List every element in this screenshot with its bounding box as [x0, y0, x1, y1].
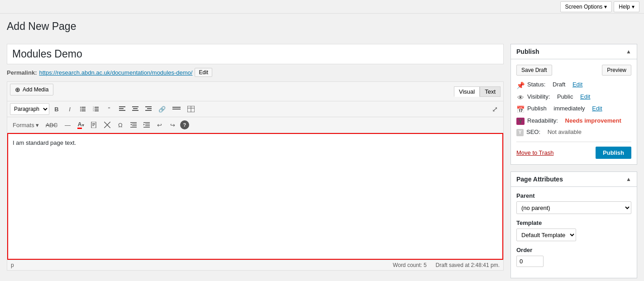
align-left-button[interactable]: [116, 103, 128, 115]
help-label: Help: [619, 4, 630, 10]
tab-text[interactable]: Text: [480, 86, 501, 97]
status-left: p: [11, 262, 14, 268]
visibility-edit-link[interactable]: Edit: [580, 93, 590, 100]
svg-rect-3: [81, 109, 86, 110]
publish-time-label: Publish: [527, 105, 547, 112]
ordered-list-button[interactable]: 1.2.3.: [90, 103, 102, 115]
toolbar-row1: Paragraph B I 1.2.3. ": [7, 101, 503, 117]
align-center-button[interactable]: [129, 103, 141, 115]
svg-text:3.: 3.: [93, 110, 94, 112]
help-editor-button[interactable]: ?: [180, 120, 189, 129]
svg-rect-7: [95, 107, 99, 108]
formats-button[interactable]: Formats ▾: [10, 119, 42, 131]
svg-rect-12: [119, 106, 125, 107]
link-button[interactable]: 🔗: [156, 103, 168, 115]
permalink-url[interactable]: https://research.abdn.ac.uk/documentatio…: [39, 69, 192, 76]
svg-rect-18: [145, 106, 152, 107]
svg-rect-22: [172, 107, 181, 108]
parent-select[interactable]: (no parent): [516, 201, 631, 214]
unordered-list-button[interactable]: [77, 103, 89, 115]
seo-label: SEO:: [526, 129, 540, 135]
top-bar: Screen Options ▾ Help ▾: [0, 0, 644, 14]
text-color-button[interactable]: A ▾: [75, 119, 86, 131]
permalink-label: Permalink:: [7, 69, 37, 76]
publish-meta: 📌 Status: Draft Edit 👁 Visibility: Publi…: [516, 81, 631, 136]
svg-rect-39: [145, 125, 150, 126]
paragraph-select[interactable]: Paragraph: [10, 103, 49, 115]
word-count: Word count: 5: [393, 262, 426, 268]
publish-button[interactable]: Publish: [596, 147, 631, 159]
add-media-label: Add Media: [23, 86, 48, 93]
save-draft-button[interactable]: Save Draft: [516, 65, 552, 76]
hr-button[interactable]: —: [62, 119, 73, 131]
publish-panel-header: Publish ▲: [511, 44, 637, 59]
publish-panel-body: Save Draft Preview 📌 Status: Draft Edit …: [511, 59, 637, 164]
move-to-trash-link[interactable]: Move to Trash: [516, 149, 553, 156]
template-select[interactable]: Default Template: [516, 229, 576, 241]
add-media-button[interactable]: ⊕ Add Media: [10, 84, 53, 95]
outdent-button[interactable]: [128, 119, 139, 131]
chevron-up-icon2: ▲: [626, 176, 631, 182]
bold-button[interactable]: B: [51, 103, 62, 115]
svg-rect-14: [119, 110, 125, 111]
strikethrough-button[interactable]: ABC: [43, 119, 61, 131]
indent-button[interactable]: [141, 119, 153, 131]
order-field-group: Order: [516, 247, 631, 267]
paste-from-word-button[interactable]: [88, 119, 100, 131]
order-input[interactable]: [516, 256, 544, 267]
special-chars-button[interactable]: Ω: [114, 119, 126, 131]
svg-rect-5: [81, 110, 86, 111]
readability-label: Readability:: [527, 117, 558, 124]
seo-row: Y SEO: Not available: [516, 129, 631, 136]
publish-time-edit-link[interactable]: Edit: [592, 105, 602, 112]
editor-wrapper: ⊕ Add Media Visual Text Paragraph B I: [7, 81, 504, 271]
more-button[interactable]: [170, 103, 183, 115]
parent-label: Parent: [516, 192, 631, 199]
svg-rect-33: [132, 124, 137, 125]
visibility-row: 👁 Visibility: Public Edit: [516, 93, 631, 101]
template-field-group: Template Default Template: [516, 219, 631, 241]
page-title: Add New Page: [7, 20, 637, 33]
draft-saved: Draft saved at 2:48:41 pm.: [436, 262, 500, 268]
seo-value: Not available: [548, 129, 582, 135]
screen-options-label: Screen Options: [565, 4, 603, 10]
editor-status-bar: p Word count: 5 Draft saved at 2:48:41 p…: [7, 260, 503, 270]
svg-rect-15: [132, 106, 138, 107]
main-layout: Permalink: https://research.abdn.ac.uk/d…: [0, 37, 644, 281]
chevron-down-icon: ▾: [604, 4, 607, 10]
order-label: Order: [516, 247, 631, 253]
undo-button[interactable]: ↩: [154, 119, 166, 131]
editor-top-bar: ⊕ Add Media Visual Text: [7, 82, 503, 101]
preview-button[interactable]: Preview: [602, 65, 631, 76]
permalink-edit-button[interactable]: Edit: [195, 68, 212, 77]
svg-rect-0: [80, 107, 81, 108]
status-tag: p: [11, 262, 14, 268]
page-title-input[interactable]: [7, 44, 504, 64]
publish-actions: Save Draft Preview: [516, 65, 631, 76]
svg-rect-17: [132, 110, 138, 111]
svg-rect-35: [130, 127, 137, 128]
tab-visual[interactable]: Visual: [454, 86, 480, 97]
redo-button[interactable]: ↪: [167, 119, 179, 131]
svg-rect-40: [143, 127, 150, 128]
help-button[interactable]: Help ▾: [614, 1, 639, 12]
svg-rect-4: [80, 110, 81, 111]
blockquote-button[interactable]: ": [103, 103, 115, 115]
italic-button[interactable]: I: [64, 103, 76, 115]
svg-rect-20: [145, 110, 152, 111]
status-right: Word count: 5 Draft saved at 2:48:41 pm.: [393, 262, 500, 268]
editor-content[interactable]: I am standard page text.: [7, 133, 503, 260]
fullscreen-button[interactable]: ⤢: [489, 103, 501, 115]
page-attributes-panel: Page Attributes ▲ Parent (no parent) Tem…: [510, 171, 637, 278]
svg-marker-36: [130, 124, 132, 126]
align-right-button[interactable]: [143, 103, 154, 115]
remove-formatting-button[interactable]: [101, 119, 113, 131]
status-edit-link[interactable]: Edit: [572, 81, 582, 88]
svg-rect-29: [92, 125, 94, 126]
status-value: Draft: [553, 81, 565, 88]
page-attributes-body: Parent (no parent) Template Default Temp…: [511, 187, 637, 278]
table-button[interactable]: [185, 103, 197, 115]
chevron-icon: ▾: [36, 122, 39, 129]
screen-options-button[interactable]: Screen Options ▾: [560, 1, 612, 12]
svg-rect-13: [119, 108, 124, 109]
